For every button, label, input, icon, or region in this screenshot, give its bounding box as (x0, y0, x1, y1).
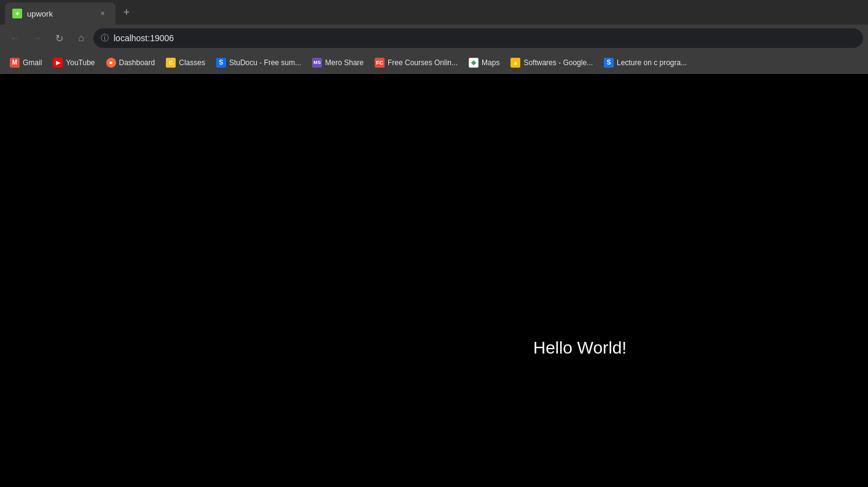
bookmark-label-dashboard: Dashboard (119, 58, 155, 67)
bookmark-dashboard[interactable]: ● Dashboard (101, 55, 160, 70)
bookmark-meroshare[interactable]: MS Mero Share (307, 55, 369, 70)
bookmark-classes[interactable]: C Classes (161, 55, 210, 70)
bookmark-favicon-softwares: ▲ (510, 58, 520, 68)
bookmark-label-youtube: YouTube (66, 58, 95, 67)
bookmark-favicon-dashboard: ● (106, 58, 116, 68)
new-tab-button[interactable]: + (118, 4, 135, 21)
bookmark-youtube[interactable]: ▶ YouTube (48, 55, 100, 70)
bookmark-favicon-lecture: S (604, 58, 614, 68)
bookmark-label-studocu: StuDocu - Free sum... (229, 58, 301, 67)
tab-bar: ✦ upwork × + (0, 0, 868, 25)
bookmark-label-lecture: Lecture on c progra... (617, 58, 687, 67)
back-icon: ← (10, 33, 20, 44)
address-value: localhost:19006 (114, 33, 174, 43)
bookmark-favicon-freecourses: FC (375, 58, 385, 68)
forward-button[interactable]: → (27, 28, 47, 48)
bookmark-maps[interactable]: ◆ Maps (464, 55, 504, 70)
tab-close-button[interactable]: × (97, 8, 108, 19)
bookmark-label-softwares: Softwares - Google... (523, 58, 593, 67)
back-button[interactable]: ← (5, 28, 25, 48)
bookmark-label-maps: Maps (482, 58, 499, 67)
bookmark-label-freecourses: Free Courses Onlin... (388, 58, 458, 67)
address-text: localhost:19006 (114, 33, 174, 43)
bookmark-label-classes: Classes (179, 58, 205, 67)
bookmark-favicon-studocu: S (216, 58, 226, 68)
active-tab[interactable]: ✦ upwork × (5, 2, 115, 25)
nav-bar: ← → ↻ ⌂ ⓘ localhost:19006 (0, 25, 868, 52)
bookmark-favicon-classes: C (166, 58, 176, 68)
address-bar[interactable]: ⓘ localhost:19006 (93, 28, 863, 48)
tab-title: upwork (27, 9, 92, 18)
reload-button[interactable]: ↻ (49, 28, 69, 48)
home-button[interactable]: ⌂ (71, 28, 91, 48)
bookmarks-bar: M Gmail ▶ YouTube ● Dashboard C Classes … (0, 52, 868, 74)
hello-world-text: Hello World! (533, 338, 627, 358)
bookmark-label-gmail: Gmail (23, 58, 42, 67)
bookmark-label-meroshare: Mero Share (325, 58, 364, 67)
browser-chrome: ✦ upwork × + ← → ↻ ⌂ ⓘ localhost:19006 M (0, 0, 868, 74)
bookmark-freecourses[interactable]: FC Free Courses Onlin... (370, 55, 463, 70)
bookmark-studocu[interactable]: S StuDocu - Free sum... (211, 55, 306, 70)
reload-icon: ↻ (55, 33, 63, 44)
bookmark-favicon-maps: ◆ (469, 58, 479, 68)
bookmark-softwares[interactable]: ▲ Softwares - Google... (506, 55, 598, 70)
secure-icon: ⓘ (101, 33, 109, 44)
bookmark-gmail[interactable]: M Gmail (5, 55, 47, 70)
page-content: Hello World! (0, 74, 868, 487)
home-icon: ⌂ (78, 33, 84, 44)
bookmark-lecture[interactable]: S Lecture on c progra... (599, 55, 692, 70)
tab-favicon: ✦ (12, 9, 22, 18)
bookmark-favicon-meroshare: MS (312, 58, 322, 68)
bookmark-favicon-gmail: M (10, 58, 20, 68)
forward-icon: → (32, 33, 42, 44)
bookmark-favicon-youtube: ▶ (53, 58, 63, 68)
